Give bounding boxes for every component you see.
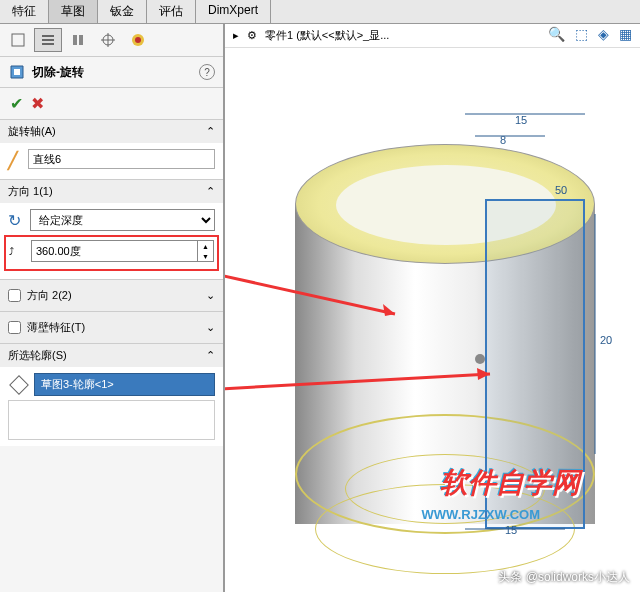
panel-tab-icons [0,24,223,57]
reverse-icon[interactable]: ↻ [8,211,26,230]
zoom-area-icon[interactable]: ⬚ [575,26,588,42]
section-axis-header[interactable]: 旋转轴(A) ⌃ [0,120,223,143]
svg-rect-1 [42,35,54,37]
tab-sketch[interactable]: 草图 [49,0,98,23]
ok-button[interactable]: ✔ [10,94,23,113]
section-thin-header[interactable]: 薄壁特征(T) ⌄ [0,312,223,343]
dim-50[interactable]: 50 [555,184,567,196]
panel-icon-3[interactable] [64,28,92,52]
dim-8[interactable]: 8 [500,134,506,146]
watermark-url: WWW.RJZXW.COM [422,507,540,522]
svg-point-10 [135,37,141,43]
spin-up[interactable]: ▲ [197,241,213,251]
svg-rect-2 [42,39,54,41]
depth-type-select[interactable]: 给定深度 [30,209,215,231]
tab-evaluate[interactable]: 评估 [147,0,196,23]
expand-icon: ⌄ [206,289,215,302]
section-thin: 薄壁特征(T) ⌄ [0,311,223,343]
angle-input[interactable] [32,241,197,261]
collapse-icon: ⌃ [206,185,215,198]
angle-highlight: ⤴ ▲ ▼ [4,235,219,271]
feature-header: 切除-旋转 ? [0,57,223,88]
confirm-bar: ✔ ✖ [0,88,223,119]
section-profile: 所选轮廓(S) ⌃ 草图3-轮廓<1> [0,343,223,446]
tab-dimxpert[interactable]: DimXpert [196,0,271,23]
dim-20[interactable]: 20 [600,334,612,346]
expand-tree-icon[interactable]: ▸ [233,29,239,42]
origin-marker [475,354,485,364]
view-orient-icon[interactable]: ◈ [598,26,609,42]
profile-list[interactable] [8,400,215,440]
dir2-checkbox[interactable] [8,289,21,302]
view-toolbar: 🔍 ⬚ ◈ ▦ [548,26,632,42]
cancel-button[interactable]: ✖ [31,94,44,113]
panel-icon-5[interactable] [124,28,152,52]
panel-icon-1[interactable] [4,28,32,52]
axis-input[interactable] [28,149,215,169]
part-name[interactable]: 零件1 (默认<<默认>_显... [265,28,389,43]
help-icon[interactable]: ? [199,64,215,80]
watermark-text: 软件自学网 [440,464,580,502]
svg-rect-5 [79,35,83,45]
thin-checkbox[interactable] [8,321,21,334]
cut-revolve-icon [8,63,26,81]
section-dir2-header[interactable]: 方向 2(2) ⌄ [0,280,223,311]
feature-title: 切除-旋转 [32,64,199,81]
spin-down[interactable]: ▼ [197,251,213,261]
expand-icon: ⌄ [206,321,215,334]
tab-feature[interactable]: 特征 [0,0,49,23]
tab-sheetmetal[interactable]: 钣金 [98,0,147,23]
selected-profile[interactable]: 草图3-轮廓<1> [34,373,215,396]
svg-rect-0 [12,34,24,46]
angle-icon: ⤴ [9,246,27,257]
dim-15-bot[interactable]: 15 [505,524,517,536]
zoom-fit-icon[interactable]: 🔍 [548,26,565,42]
collapse-icon: ⌃ [206,349,215,362]
svg-rect-3 [42,43,54,45]
credit-text: 头条 @solidworks小达人 [498,569,630,586]
section-dir2: 方向 2(2) ⌄ [0,279,223,311]
section-dir1-header[interactable]: 方向 1(1) ⌃ [0,180,223,203]
profile-icon [9,375,29,395]
panel-icon-2[interactable] [34,28,62,52]
tab-bar: 特征 草图 钣金 评估 DimXpert [0,0,640,24]
axis-icon: ╱ [8,151,24,167]
svg-rect-4 [73,35,77,45]
display-style-icon[interactable]: ▦ [619,26,632,42]
section-dir1: 方向 1(1) ⌃ ↻ 给定深度 ⤴ ▲ [0,179,223,279]
dim-15-top[interactable]: 15 [515,114,527,126]
section-profile-header[interactable]: 所选轮廓(S) ⌃ [0,344,223,367]
part-icon: ⚙ [247,29,257,42]
collapse-icon: ⌃ [206,125,215,138]
property-panel: 切除-旋转 ? ✔ ✖ 旋转轴(A) ⌃ ╱ 方向 1(1) ⌃ [0,24,225,592]
viewport: 🔍 ⬚ ◈ ▦ ▸ ⚙ 零件1 (默认<<默认>_显... 15 8 50 20… [225,24,640,592]
panel-icon-4[interactable] [94,28,122,52]
section-axis: 旋转轴(A) ⌃ ╱ [0,119,223,179]
